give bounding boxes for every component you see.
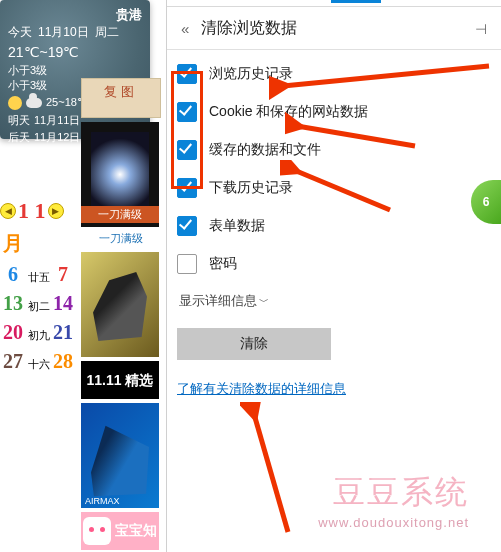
cal-day[interactable]: 7 bbox=[50, 263, 76, 286]
today-dow: 周二 bbox=[95, 24, 119, 41]
option-label: 下载历史记录 bbox=[209, 179, 293, 197]
learn-more-label: 了解有关清除数据的详细信息 bbox=[177, 381, 346, 396]
baby-face-icon bbox=[83, 517, 111, 545]
cal-day[interactable]: 20 bbox=[0, 321, 26, 344]
calendar-widget: ◀ 1 1 ▶ 月 6廿五7 13初二14 20初九21 27十六28 bbox=[0, 198, 80, 373]
cal-day[interactable]: 28 bbox=[50, 350, 76, 373]
panel-title: 清除浏览数据 bbox=[201, 18, 297, 39]
checkbox-icon[interactable] bbox=[177, 64, 197, 84]
ad-label: 宝宝知 bbox=[115, 522, 157, 540]
active-tab-indicator bbox=[331, 0, 381, 3]
watermark-cn: 豆豆系统 bbox=[318, 471, 469, 515]
option-label: 密码 bbox=[209, 255, 237, 273]
weather-location: 贵港 bbox=[8, 6, 142, 24]
option-browsing-history[interactable]: 浏览历史记录 bbox=[177, 64, 491, 84]
wind-1: 小于3级 bbox=[8, 63, 142, 78]
option-cookies[interactable]: Cookie 和保存的网站数据 bbox=[177, 102, 491, 122]
option-cache[interactable]: 缓存的数据和文件 bbox=[177, 140, 491, 160]
cal-next-icon[interactable]: ▶ bbox=[48, 203, 64, 219]
ad-label: 复图 bbox=[104, 83, 138, 101]
cal-cn: 十六 bbox=[28, 357, 50, 372]
sun-icon bbox=[8, 96, 22, 110]
today-date: 11月10日 bbox=[38, 24, 89, 41]
cal-day[interactable]: 14 bbox=[50, 292, 76, 315]
cal-day[interactable]: 13 bbox=[0, 292, 26, 315]
checkbox-icon[interactable] bbox=[177, 254, 197, 274]
panel-header: « 清除浏览数据 ⊣ bbox=[167, 6, 501, 50]
pin-icon[interactable]: ⊣ bbox=[475, 21, 487, 37]
cal-day[interactable]: 27 bbox=[0, 350, 26, 373]
ad-thumb-fuyin[interactable]: 复图 bbox=[81, 78, 161, 118]
after-date: 11月12日 bbox=[34, 130, 80, 145]
panel-topbar bbox=[167, 0, 501, 7]
cal-day[interactable]: 月 bbox=[0, 230, 26, 257]
chevron-down-icon: ﹀ bbox=[259, 296, 269, 307]
option-downloads[interactable]: 下载历史记录 bbox=[177, 178, 491, 198]
today-label: 今天 bbox=[8, 24, 32, 41]
ad-tag: 一刀满级 bbox=[81, 206, 159, 223]
checkbox-icon[interactable] bbox=[177, 216, 197, 236]
today-temp: 21℃~19℃ bbox=[8, 43, 142, 63]
cal-cn: 廿五 bbox=[28, 270, 50, 285]
show-detail-toggle[interactable]: 显示详细信息﹀ bbox=[179, 292, 491, 310]
watermark-en: www.doudouxitong.net bbox=[318, 515, 469, 530]
option-label: 浏览历史记录 bbox=[209, 65, 293, 83]
show-detail-label: 显示详细信息 bbox=[179, 293, 257, 308]
watermark: 豆豆系统 www.doudouxitong.net bbox=[318, 471, 469, 530]
after-label: 后天 bbox=[8, 130, 30, 145]
ad-column: 复图 一刀满级 一刀满级 11.11 精选 AIRMAX 宝宝知 bbox=[81, 78, 161, 552]
clear-button[interactable]: 清除 bbox=[177, 328, 331, 360]
ad-thumb-shoe1[interactable] bbox=[81, 252, 159, 357]
learn-more-link[interactable]: 了解有关清除数据的详细信息 bbox=[177, 381, 346, 396]
ad-thumb-baby[interactable]: 宝宝知 bbox=[81, 512, 159, 550]
option-label: 表单数据 bbox=[209, 217, 265, 235]
clear-data-panel: « 清除浏览数据 ⊣ 浏览历史记录 Cookie 和保存的网站数据 缓存的数据和… bbox=[166, 0, 501, 552]
cal-prev-icon[interactable]: ◀ bbox=[0, 203, 16, 219]
cal-day[interactable]: 6 bbox=[0, 263, 26, 286]
tomorrow-label: 明天 bbox=[8, 113, 30, 128]
option-passwords[interactable]: 密码 bbox=[177, 254, 491, 274]
options-list: 浏览历史记录 Cookie 和保存的网站数据 缓存的数据和文件 下载历史记录 表… bbox=[167, 50, 501, 398]
ad-caption[interactable]: 一刀满级 bbox=[81, 231, 161, 246]
tomorrow-date: 11月11日 bbox=[34, 113, 80, 128]
cal-cn: 初二 bbox=[28, 299, 50, 314]
checkbox-icon[interactable] bbox=[177, 178, 197, 198]
ad-thumb-game[interactable]: 一刀满级 bbox=[81, 122, 159, 227]
cloud-icon bbox=[26, 98, 42, 108]
option-label: Cookie 和保存的网站数据 bbox=[209, 103, 368, 121]
ad-label: 11.11 精选 bbox=[87, 372, 154, 389]
clear-button-label: 清除 bbox=[240, 335, 268, 353]
ad-thumb-shoe2[interactable]: AIRMAX bbox=[81, 403, 159, 508]
badge-text: 6 bbox=[483, 195, 490, 209]
checkbox-icon[interactable] bbox=[177, 140, 197, 160]
back-icon[interactable]: « bbox=[181, 20, 189, 37]
ad-label: AIRMAX bbox=[85, 496, 120, 506]
cal-month: 1 1 bbox=[18, 198, 46, 224]
option-forms[interactable]: 表单数据 bbox=[177, 216, 491, 236]
cal-day[interactable]: 21 bbox=[50, 321, 76, 344]
option-label: 缓存的数据和文件 bbox=[209, 141, 321, 159]
checkbox-icon[interactable] bbox=[177, 102, 197, 122]
ad-thumb-d11[interactable]: 11.11 精选 bbox=[81, 361, 159, 399]
cal-cn: 初九 bbox=[28, 328, 50, 343]
